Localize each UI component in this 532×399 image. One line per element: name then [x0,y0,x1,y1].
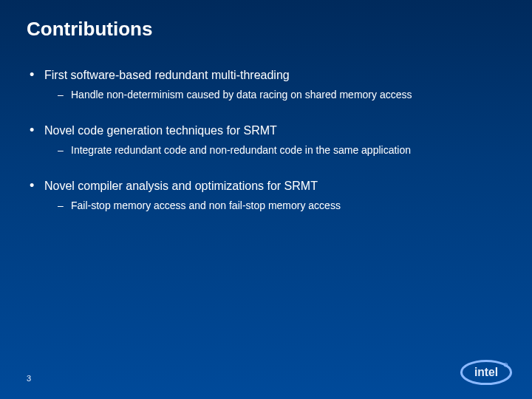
slide: Contributions First software-based redun… [0,0,532,399]
slide-title: Contributions [27,18,505,41]
intel-logo-icon: intel R [460,356,513,389]
sub-list: Fail-stop memory access and non fail-sto… [44,199,505,214]
page-number: 3 [27,374,31,383]
bullet-item: First software-based redundant multi-thr… [30,67,505,102]
bullet-item: Novel code generation techniques for SRM… [30,123,505,157]
bullet-text: Novel code generation techniques for SRM… [44,124,277,137]
bullet-text: Novel compiler analysis and optimization… [44,180,318,192]
bullet-text: First software-based redundant multi-thr… [44,69,290,81]
sub-list: Integrate redundant code and non-redunda… [44,143,505,158]
sub-item: Fail-stop memory access and non fail-sto… [58,199,505,214]
bullet-item: Novel compiler analysis and optimization… [30,178,505,213]
sub-item: Integrate redundant code and non-redunda… [58,143,505,158]
svg-text:intel: intel [474,366,498,378]
sub-item: Handle non-determinism caused by data ra… [58,88,505,103]
sub-list: Handle non-determinism caused by data ra… [44,88,505,103]
bullet-list: First software-based redundant multi-thr… [27,67,505,214]
